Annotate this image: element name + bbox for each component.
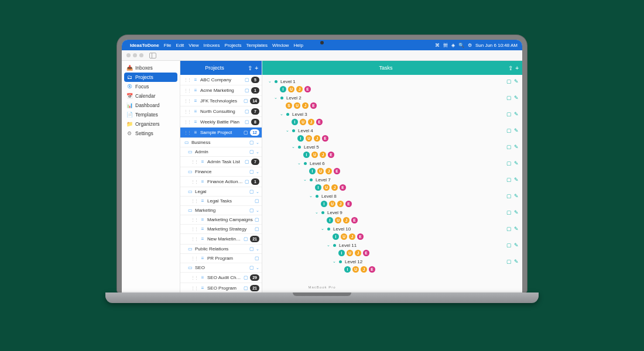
clipboard-icon[interactable]: ▢	[506, 226, 512, 232]
chevron-down-icon[interactable]: ⌄	[268, 79, 273, 84]
clipboard-icon[interactable]: ▢	[506, 259, 512, 264]
drag-handle-icon[interactable]: ⋮⋮	[191, 276, 198, 280]
tag-chip[interactable]: E	[334, 168, 340, 174]
drag-handle-icon[interactable]: ⋮⋮	[184, 120, 191, 125]
tag-chip[interactable]: I	[297, 135, 304, 142]
chevron-down-icon[interactable]: ⌄	[286, 128, 290, 133]
chevron-down-icon[interactable]: ⌄	[309, 194, 314, 198]
clipboard-icon[interactable]: ▢	[249, 169, 254, 174]
clipboard-icon[interactable]: ▢	[249, 149, 254, 154]
share-icon[interactable]: ⇪	[508, 65, 513, 71]
status-icon[interactable]: ⌘	[435, 43, 440, 48]
chevron-down-icon[interactable]: ⌄	[280, 112, 285, 116]
project-item[interactable]: ▭Marketing▢⌄	[180, 206, 262, 215]
clipboard-icon[interactable]: ▢	[244, 98, 248, 104]
chevron-down-icon[interactable]: ⌄	[256, 150, 259, 154]
tag-chip[interactable]: U	[329, 201, 335, 207]
drag-handle-icon[interactable]: ⋮⋮	[191, 237, 198, 242]
tag-chip[interactable]: I	[327, 217, 333, 223]
tag-chip[interactable]: I	[321, 201, 327, 207]
menubar-edit[interactable]: Edit	[176, 43, 184, 48]
sidebar-item-organizers[interactable]: 📁Organizers	[122, 119, 180, 129]
menubar-projects[interactable]: Projects	[225, 43, 242, 48]
chevron-down-icon[interactable]: ⌄	[256, 190, 259, 194]
menubar-window[interactable]: Window	[272, 43, 289, 48]
drag-handle-icon[interactable]: ⋮⋮	[191, 256, 198, 261]
status-icon-2[interactable]: 卌	[443, 42, 448, 49]
project-item[interactable]: ⋮⋮≡Marketing Campaigns▢	[180, 215, 262, 225]
tag-chip[interactable]: E	[310, 102, 317, 109]
menubar-file[interactable]: File	[164, 43, 172, 48]
clipboard-icon[interactable]: ▢	[506, 95, 512, 101]
menubar-templates[interactable]: Templates	[246, 43, 267, 48]
tag-chip[interactable]: E	[340, 184, 346, 191]
task-row[interactable]: ⌄Level 6▢✎	[262, 159, 522, 167]
sidebar-item-focus[interactable]: ⦿Focus	[122, 82, 180, 91]
tag-chip[interactable]: I	[338, 250, 345, 256]
project-item[interactable]: ⋮⋮≡Sample Project▢12	[180, 128, 262, 138]
tag-chip[interactable]: E	[357, 233, 364, 240]
menubar-inboxes[interactable]: Inboxes	[204, 43, 220, 48]
tag-chip[interactable]: J	[308, 119, 314, 125]
project-item[interactable]: ⋮⋮≡SEO Program▢21	[180, 283, 262, 292]
tag-chip[interactable]: E	[345, 201, 352, 207]
chevron-down-icon[interactable]: ⌄	[256, 208, 259, 213]
clipboard-icon[interactable]: ▢	[249, 208, 254, 213]
task-row[interactable]: ⌄Level 10▢✎	[262, 225, 522, 233]
tag-chip[interactable]: E	[328, 152, 334, 158]
search-icon[interactable]: 🔍	[458, 43, 464, 48]
edit-icon[interactable]: ✎	[514, 160, 519, 166]
chevron-down-icon[interactable]: ⌄	[256, 170, 259, 174]
sidebar-toggle-icon[interactable]	[149, 53, 156, 58]
projects-list[interactable]: ⋮⋮≡ABC Company▢5⋮⋮≡Acme Marketing▢1⋮⋮≡JF…	[180, 75, 262, 292]
chevron-down-icon[interactable]: ⌄	[333, 259, 337, 264]
tag-chip[interactable]: U	[317, 168, 324, 174]
project-item[interactable]: ⋮⋮≡ABC Company▢5	[180, 75, 262, 85]
zoom-button[interactable]	[139, 53, 143, 57]
project-item[interactable]: ▭SEO▢⌄	[180, 263, 262, 273]
tag-chip[interactable]: J	[343, 217, 350, 223]
clipboard-icon[interactable]: ▢	[244, 236, 248, 242]
tag-chip[interactable]: I	[292, 119, 298, 125]
project-item[interactable]: ▭Legal▢⌄	[180, 187, 262, 197]
project-item[interactable]: ▭Public Relations▢⌄	[180, 245, 262, 254]
sidebar-item-projects[interactable]: 🗂Projects	[124, 73, 177, 82]
project-item[interactable]: ⋮⋮≡New Marketing Campaign▢21	[180, 234, 262, 245]
sidebar-item-dashboard[interactable]: 📊Dashboard	[122, 101, 180, 110]
project-item[interactable]: ⋮⋮≡Finance Action Plan▢1	[180, 177, 262, 187]
chevron-down-icon[interactable]: ⌄	[256, 140, 259, 145]
clipboard-icon[interactable]: ▢	[506, 242, 512, 248]
menubar-clock[interactable]: Sun Jun 6 10:48 AM	[475, 43, 518, 48]
project-item[interactable]: ⋮⋮≡Weekly Battle Plan▢8	[180, 117, 262, 128]
clipboard-icon[interactable]: ▢	[506, 78, 512, 84]
tag-chip[interactable]: U	[311, 152, 318, 158]
chevron-down-icon[interactable]: ⌄	[297, 161, 302, 166]
task-row[interactable]: ⌄Level 11▢✎	[262, 241, 522, 249]
chevron-down-icon[interactable]: ⌄	[274, 95, 279, 100]
tag-chip[interactable]: I	[344, 266, 351, 273]
drag-handle-icon[interactable]: ⋮⋮	[191, 227, 198, 232]
tag-chip[interactable]: U	[294, 102, 300, 109]
clipboard-icon[interactable]: ▢	[244, 275, 248, 280]
edit-icon[interactable]: ✎	[514, 95, 519, 101]
tag-chip[interactable]: U	[341, 233, 347, 240]
task-row[interactable]: ⌄Level 7▢✎	[262, 176, 522, 184]
tag-chip[interactable]: U	[323, 184, 330, 191]
drag-handle-icon[interactable]: ⋮⋮	[184, 130, 191, 135]
tag-chip[interactable]: J	[326, 168, 332, 174]
tag-chip[interactable]: E	[351, 217, 358, 223]
chevron-down-icon[interactable]: ⌄	[327, 243, 331, 247]
edit-icon[interactable]: ✎	[514, 209, 519, 215]
edit-icon[interactable]: ✎	[514, 128, 519, 133]
project-item[interactable]: ⋮⋮≡SEO Audit Checklist▢29	[180, 273, 262, 283]
project-item[interactable]: ▭Finance▢⌄	[180, 167, 262, 177]
clipboard-icon[interactable]: ▢	[245, 77, 249, 82]
tag-chip[interactable]: U	[288, 86, 294, 92]
drag-handle-icon[interactable]: ⋮⋮	[191, 160, 198, 164]
task-row[interactable]: ⌄Level 1▢✎	[262, 77, 522, 85]
task-row[interactable]: ⌄Level 2▢✎	[262, 94, 522, 102]
tag-chip[interactable]: J	[331, 184, 338, 191]
clipboard-icon[interactable]: ▢	[244, 285, 248, 291]
tag-chip[interactable]: J	[296, 86, 303, 92]
close-button[interactable]	[126, 53, 131, 57]
